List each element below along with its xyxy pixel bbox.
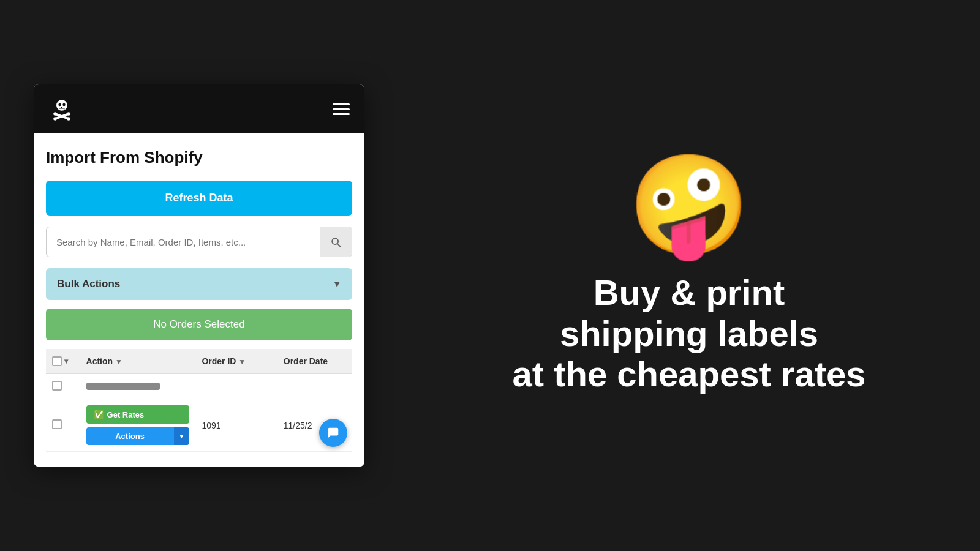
table-header-order-id: Order ID ▼ xyxy=(195,349,277,374)
winking-emoji: 🤪 xyxy=(628,156,750,254)
order-date-value: 11/25/2 xyxy=(284,421,312,430)
svg-rect-3 xyxy=(61,107,62,108)
get-rates-button[interactable]: ✅ Get Rates xyxy=(86,405,190,424)
chat-button[interactable] xyxy=(319,419,347,447)
table-header-checkbox: ▾ xyxy=(46,349,80,374)
bulk-actions-chevron: ▼ xyxy=(333,279,341,289)
actions-main-button[interactable]: Actions xyxy=(86,427,174,445)
table-row: ✅ Get Rates Actions ▼ xyxy=(46,399,352,452)
svg-point-7 xyxy=(67,117,70,121)
promo-line-2: shipping labels xyxy=(560,313,818,353)
app-header xyxy=(34,84,364,133)
chat-icon xyxy=(326,426,340,440)
left-panel: Import From Shopify Refresh Data Bulk Ac… xyxy=(0,0,398,551)
promo-line-1: Buy & print xyxy=(594,272,785,312)
loading-bar xyxy=(86,383,160,390)
right-panel: 🤪 Buy & print shipping labels at the che… xyxy=(398,0,980,551)
orders-table: ▾ Action ▼ Order ID ▼ xyxy=(46,349,352,452)
svg-point-10 xyxy=(53,117,57,121)
actions-dropdown-arrow: ▼ xyxy=(179,433,185,440)
loading-bar-cell xyxy=(80,374,352,399)
svg-point-6 xyxy=(53,112,57,116)
page-title: Import From Shopify xyxy=(46,148,352,167)
orderid-filter-icon[interactable]: ▼ xyxy=(238,358,246,366)
check-circle-icon: ✅ xyxy=(94,410,104,419)
table-header-order-date: Order Date xyxy=(277,349,352,374)
svg-rect-4 xyxy=(59,109,65,111)
row-order-id-cell: 1091 xyxy=(195,399,277,452)
refresh-data-button[interactable]: Refresh Data xyxy=(46,181,352,216)
action-filter-icon[interactable]: ▼ xyxy=(115,358,123,366)
pirate-ship-logo xyxy=(50,97,74,121)
svg-point-1 xyxy=(58,103,61,106)
bulk-actions-label: Bulk Actions xyxy=(57,278,120,290)
promo-headline: Buy & print shipping labels at the cheap… xyxy=(512,272,865,395)
row-checkbox[interactable] xyxy=(52,419,62,429)
logo-icon xyxy=(48,96,75,122)
hamburger-line xyxy=(333,103,350,105)
search-icon xyxy=(330,236,342,248)
svg-point-2 xyxy=(62,103,65,106)
table-header-row: ▾ Action ▼ Order ID ▼ xyxy=(46,349,352,374)
order-id-value: 1091 xyxy=(202,421,221,430)
actions-dropdown-button[interactable]: ▼ xyxy=(174,427,190,445)
loading-checkbox-cell xyxy=(46,374,80,399)
row-action-cell: ✅ Get Rates Actions ▼ xyxy=(80,399,196,452)
search-input[interactable] xyxy=(47,227,320,257)
search-button[interactable] xyxy=(320,227,352,257)
hamburger-line xyxy=(333,113,350,115)
action-buttons: ✅ Get Rates Actions ▼ xyxy=(86,405,190,445)
header-checkbox[interactable] xyxy=(52,356,62,366)
row-checkbox[interactable] xyxy=(52,381,62,391)
header-checkbox-dropdown[interactable]: ▾ xyxy=(64,357,68,365)
svg-point-9 xyxy=(67,112,70,116)
bulk-actions-button[interactable]: Bulk Actions ▼ xyxy=(46,268,352,300)
row-checkbox-cell xyxy=(46,399,80,452)
table-header-action: Action ▼ xyxy=(80,349,196,374)
promo-text-block: Buy & print shipping labels at the cheap… xyxy=(512,272,865,395)
hamburger-menu-button[interactable] xyxy=(333,103,350,115)
no-orders-selected-button[interactable]: No Orders Selected xyxy=(46,309,352,340)
promo-line-3: at the cheapest rates xyxy=(512,354,865,394)
table-row-loading xyxy=(46,374,352,399)
hamburger-line xyxy=(333,108,350,110)
mobile-app: Import From Shopify Refresh Data Bulk Ac… xyxy=(34,84,364,467)
actions-split-button: Actions ▼ xyxy=(86,427,190,445)
search-container xyxy=(46,227,352,257)
app-content: Import From Shopify Refresh Data Bulk Ac… xyxy=(34,133,364,467)
orders-table-wrapper: ▾ Action ▼ Order ID ▼ xyxy=(46,349,352,452)
